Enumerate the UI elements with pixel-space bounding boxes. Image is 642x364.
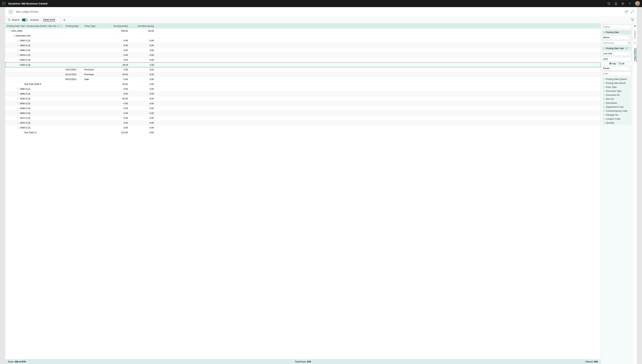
sort-icon[interactable] (60, 25, 62, 27)
expand-icon[interactable] (13, 35, 16, 37)
collapse-icon[interactable] (631, 10, 634, 13)
filter-section-collapsed[interactable]: Posting Date Quarter (602, 77, 632, 81)
expand-icon[interactable] (17, 102, 20, 104)
table-row[interactable]: 1936-S (3)90.005.00 (5, 96, 600, 101)
filter-section-collapsed[interactable]: Quantity (602, 121, 632, 125)
expand-icon[interactable] (17, 127, 20, 129)
filter-section-collapsed[interactable]: Item No. (602, 97, 632, 101)
filter-logic-and[interactable]: AND (609, 62, 616, 65)
filter-operator-before[interactable]: Before (602, 35, 632, 40)
filter-section-collapsed[interactable]: Description (602, 101, 632, 105)
filter-section-collapsed[interactable]: Document Type (602, 89, 632, 93)
table-row[interactable]: 2021 (506)195.0094.00 (5, 28, 600, 33)
table-row[interactable]: 2000-S (3)28.003.00 (5, 62, 600, 67)
table-row[interactable]: 1996-S (4)5.000.00 (5, 48, 600, 53)
add-tab-button[interactable] (62, 18, 66, 22)
svg-point-7 (4, 4, 4, 5)
table-row[interactable]: 30/12/2021Sale-3.000.00 (5, 77, 600, 82)
expand-icon[interactable] (17, 112, 20, 114)
expand-icon[interactable] (17, 98, 20, 100)
filter-section-collapsed[interactable]: Location Code (602, 117, 632, 121)
table-row[interactable]: 1896-S (3)0.000.00 (5, 92, 600, 96)
expand-icon[interactable] (17, 64, 20, 66)
vtab-analysis-filters[interactable]: Analysis Filters (634, 48, 636, 62)
filters-icon[interactable] (634, 42, 636, 44)
expand-icon[interactable] (17, 40, 20, 42)
table-row[interactable]: December (43) (5, 33, 600, 38)
filter-section-collapsed[interactable]: Posting Date Month (602, 81, 632, 85)
user-avatar[interactable] (635, 1, 640, 6)
filter-operator-less-than[interactable]: Less than (602, 51, 632, 56)
table-row[interactable]: 1906-S (2)0.000.00 (5, 38, 600, 43)
table-row[interactable]: Sub Total 12123.008.00 (5, 130, 600, 135)
open-new-window-icon[interactable] (625, 10, 628, 13)
table-row[interactable]: 1908-S (2)0.000.00 (5, 125, 600, 130)
table-row[interactable]: 1900-S (3)0.000.00 (5, 101, 600, 106)
settings-icon[interactable] (621, 2, 624, 5)
column-header-group[interactable]: Posting Date Year / Posting Date Month /… (5, 25, 64, 27)
table-row[interactable]: 1928-S (3)0.000.00 (5, 53, 600, 58)
filter-year-input[interactable] (602, 57, 632, 61)
column-header-entry-type[interactable]: Entry Type (83, 25, 104, 27)
vtab-columns[interactable]: Columns (634, 30, 636, 39)
status-filtered-label: Filtered: (585, 360, 594, 363)
table-row[interactable]: 1988-S (3)0.000.00 (5, 111, 600, 116)
status-rows-label: Rows: (8, 360, 15, 363)
table-row[interactable]: 1972-S (3)0.000.00 (5, 116, 600, 120)
notifications-icon[interactable] (614, 2, 618, 5)
svg-point-14 (8, 19, 10, 20)
filter-value-input[interactable] (602, 72, 632, 76)
filter-section-collapsed[interactable]: Package No. (602, 113, 632, 117)
table-row[interactable]: 1920-S (3)0.000.00 (5, 120, 600, 125)
table-row[interactable]: 1968-S (3)0.000.00 (5, 106, 600, 111)
search-icon[interactable] (608, 2, 610, 5)
filter-date-input[interactable]: dd/mm/yyyy (602, 41, 632, 45)
table-row[interactable]: 01/12/2021Purchase28.000.00 (5, 72, 600, 77)
expand-icon[interactable] (17, 107, 20, 110)
analysis-tab[interactable]: Dead stock (41, 17, 60, 22)
expand-icon[interactable] (17, 54, 20, 56)
svg-rect-13 (625, 11, 627, 12)
filter-logic-or[interactable]: OR (619, 62, 624, 65)
expand-icon[interactable] (17, 44, 20, 46)
filter-section-collapsed[interactable]: Document No. (602, 93, 632, 97)
analyse-label: Analyse (30, 18, 39, 21)
filter-section-collapsed[interactable]: Customergroup Code (602, 109, 632, 113)
analyse-toggle[interactable] (22, 18, 28, 21)
status-rows-value: 506 of 678 (15, 360, 26, 363)
filter-section-posting-date-year[interactable]: Posting Date Year (602, 46, 632, 50)
status-total-value: 678 (307, 360, 311, 363)
expand-icon[interactable] (9, 30, 12, 32)
table-row[interactable]: 14/12/2021Purchase3.003.00 (5, 67, 600, 72)
expand-icon[interactable] (17, 59, 20, 61)
svg-point-12 (630, 4, 630, 4)
app-launcher-icon[interactable] (2, 2, 6, 5)
filter-icon[interactable] (631, 18, 634, 22)
column-header-remaining[interactable]: Sum(Remaining (130, 25, 156, 27)
table-row[interactable]: 1980-S (2)0.000.00 (5, 86, 600, 92)
filter-section-collapsed[interactable]: Department Code (602, 105, 632, 109)
column-header-posting-date[interactable]: Posting Date (64, 25, 83, 27)
filter-search-input[interactable] (602, 25, 632, 29)
analysis-tab-label: Dead stock (43, 18, 55, 22)
svg-point-2 (5, 2, 5, 2)
expand-icon[interactable] (17, 49, 20, 51)
column-header-quantity[interactable]: Sum(Quantity) (104, 25, 130, 27)
app-title: Dynamics 365 Business Central (8, 2, 608, 5)
table-row[interactable]: 1964-S (2)0.000.00 (5, 43, 600, 48)
expand-icon[interactable] (17, 93, 20, 95)
table-row[interactable]: Sub Total 2000-S28.003.00 (5, 82, 600, 86)
help-icon[interactable] (628, 2, 631, 5)
calendar-icon[interactable] (628, 42, 630, 44)
columns-icon[interactable] (634, 25, 636, 27)
back-button[interactable] (8, 9, 14, 15)
search-button[interactable]: Search (8, 18, 19, 21)
filter-active-icon (625, 47, 627, 50)
expand-icon[interactable] (17, 88, 20, 90)
filter-section-posting-date[interactable]: Posting Date (602, 30, 632, 34)
expand-icon[interactable] (17, 117, 20, 119)
table-row[interactable]: 1960-S (4)0.000.00 (5, 58, 600, 62)
filter-section-collapsed[interactable]: Entry Type (602, 85, 632, 89)
expand-icon[interactable] (17, 122, 20, 124)
filter-operator-equals[interactable]: Equals (602, 66, 632, 70)
